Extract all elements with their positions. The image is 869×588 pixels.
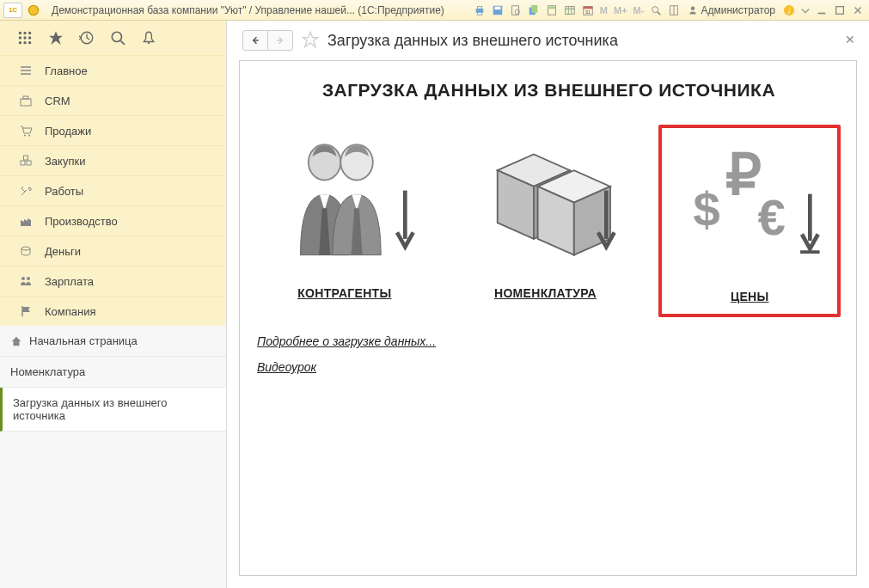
card-label: КОНТРАГЕНТЫ xyxy=(297,286,391,300)
calendar-icon[interactable]: 31 xyxy=(580,3,596,18)
tab-data-load[interactable]: Загрузка данных из внешнего источника xyxy=(0,388,226,432)
sidebar-item-crm[interactable]: CRM xyxy=(0,85,226,115)
minimize-icon[interactable] xyxy=(814,3,829,18)
svg-rect-9 xyxy=(531,4,537,12)
svg-text:€: € xyxy=(758,189,786,245)
maximize-icon[interactable] xyxy=(832,3,848,18)
sidebar-item-money[interactable]: Деньги xyxy=(0,236,226,266)
svg-rect-12 xyxy=(566,6,575,14)
nav-forward-button[interactable] xyxy=(267,30,293,51)
zoom-icon[interactable] xyxy=(648,3,664,18)
close-content-icon[interactable]: ✕ xyxy=(845,33,855,46)
info-dropdown[interactable] xyxy=(799,4,811,16)
save-icon[interactable] xyxy=(490,3,505,18)
memory-mplus-button[interactable]: M+ xyxy=(612,5,629,15)
sidebar-item-main[interactable]: Главное xyxy=(0,55,226,85)
nomenclature-image xyxy=(464,130,627,267)
coins-icon xyxy=(17,244,34,258)
sidebar-item-sales[interactable]: Продажи xyxy=(0,115,226,145)
content-header: Загрузка данных из внешнего источника ✕ xyxy=(227,21,869,60)
print-preview-icon[interactable] xyxy=(508,3,523,18)
tab-nomenclature[interactable]: Номенклатура xyxy=(0,357,226,388)
info-icon[interactable]: i xyxy=(781,3,797,18)
svg-point-38 xyxy=(28,41,31,44)
table-icon[interactable] xyxy=(562,3,578,18)
close-icon[interactable] xyxy=(850,3,866,18)
svg-point-34 xyxy=(23,36,26,39)
svg-rect-5 xyxy=(494,6,500,9)
menu-lines-icon xyxy=(17,64,34,77)
card-label: НОМЕНКЛАТУРА xyxy=(494,286,597,300)
sidebar: Главное CRM Продажи Закупки Работы Произ… xyxy=(0,21,227,588)
apps-icon[interactable] xyxy=(17,30,33,46)
svg-point-33 xyxy=(19,36,21,39)
user-label[interactable]: Администратор xyxy=(688,4,775,16)
svg-rect-47 xyxy=(23,96,28,99)
svg-text:31: 31 xyxy=(585,9,591,14)
book-icon[interactable] xyxy=(666,3,682,18)
history-icon[interactable] xyxy=(79,30,95,46)
sidebar-item-label: Деньги xyxy=(45,245,81,258)
people-icon xyxy=(17,274,34,288)
sidebar-item-label: Продажи xyxy=(45,125,91,138)
svg-point-48 xyxy=(24,135,26,137)
home-icon xyxy=(10,335,22,347)
sidebar-item-production[interactable]: Производство xyxy=(0,205,226,236)
tab-label: Номенклатура xyxy=(10,365,85,378)
factory-icon xyxy=(17,214,34,228)
app-logo-icon: 1C xyxy=(3,3,22,18)
svg-point-37 xyxy=(23,41,26,44)
titlebar: 1C Демонстрационная база компании "Уют" … xyxy=(0,0,869,21)
search-icon[interactable] xyxy=(110,30,125,46)
svg-rect-2 xyxy=(477,6,481,9)
content-body: ЗАГРУЗКА ДАННЫХ ИЗ ВНЕШНЕГО ИСТОЧНИКА xyxy=(239,60,857,576)
print-icon[interactable] xyxy=(472,3,487,18)
sidebar-toolbar xyxy=(0,21,226,55)
favorites-star-icon[interactable] xyxy=(48,30,64,46)
app-menu-dropdown[interactable] xyxy=(28,4,40,16)
sidebar-item-salary[interactable]: Зарплата xyxy=(0,266,226,296)
sidebar-item-purchase[interactable]: Закупки xyxy=(0,145,226,175)
cart-icon xyxy=(17,124,34,138)
svg-rect-27 xyxy=(836,6,844,14)
svg-point-40 xyxy=(112,32,121,41)
sidebar-item-label: Компания xyxy=(45,305,96,318)
svg-line-20 xyxy=(658,11,661,15)
link-more-info[interactable]: Подробнее о загрузке данных... xyxy=(257,334,841,348)
content-heading: ЗАГРУЗКА ДАННЫХ ИЗ ВНЕШНЕГО ИСТОЧНИКА xyxy=(257,80,841,101)
copy-icon[interactable] xyxy=(526,3,542,18)
svg-point-42 xyxy=(148,42,150,44)
svg-point-53 xyxy=(21,247,30,250)
svg-point-23 xyxy=(691,6,695,10)
sidebar-item-label: Производство xyxy=(45,215,118,228)
svg-rect-51 xyxy=(27,161,31,165)
sidebar-item-company[interactable]: Компания xyxy=(0,296,226,326)
window-title: Демонстрационная база компании "Уют" / У… xyxy=(52,4,444,16)
card-prices[interactable]: $ ₽ € ЦЕНЫ xyxy=(658,125,841,317)
sidebar-item-label: Главное xyxy=(45,64,88,77)
svg-line-41 xyxy=(120,40,125,45)
svg-point-19 xyxy=(652,6,658,12)
memory-m-button[interactable]: M xyxy=(598,5,609,15)
svg-rect-52 xyxy=(24,156,28,160)
svg-point-49 xyxy=(28,135,30,137)
sidebar-item-label: Зарплата xyxy=(45,275,94,288)
favorite-star-icon[interactable] xyxy=(302,31,319,51)
flag-icon xyxy=(17,304,34,318)
bell-icon[interactable] xyxy=(141,30,156,46)
link-video-tutorial[interactable]: Видеоурок xyxy=(257,360,841,374)
sidebar-item-work[interactable]: Работы xyxy=(0,175,226,205)
tab-home[interactable]: Начальная страница xyxy=(0,326,226,357)
svg-rect-11 xyxy=(548,6,554,9)
svg-point-54 xyxy=(21,277,25,280)
nav-back-button[interactable] xyxy=(242,30,268,51)
open-tabs: Начальная страница Номенклатура Загрузка… xyxy=(0,326,226,588)
svg-point-0 xyxy=(28,5,38,15)
svg-rect-3 xyxy=(477,12,481,15)
memory-mminus-button[interactable]: M- xyxy=(632,5,646,15)
card-counterparties[interactable]: КОНТРАГЕНТЫ xyxy=(257,125,432,317)
svg-rect-1 xyxy=(475,9,483,12)
calc-icon[interactable] xyxy=(544,3,560,18)
card-nomenclature[interactable]: НОМЕНКЛАТУРА xyxy=(458,125,633,317)
svg-rect-46 xyxy=(21,99,31,106)
